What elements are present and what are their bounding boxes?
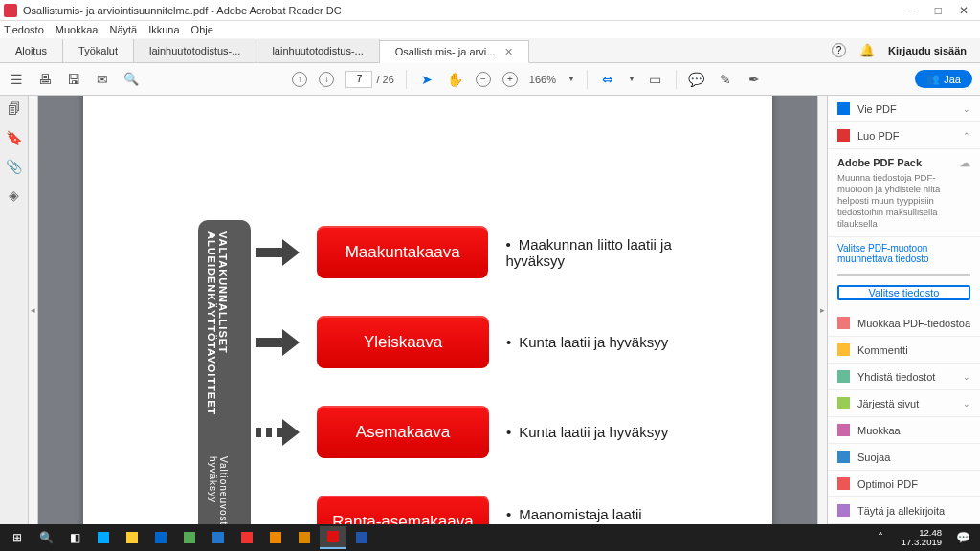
optimize-icon: [837, 477, 850, 490]
search-icon[interactable]: 🔍: [122, 71, 140, 88]
taskbar-app[interactable]: [90, 526, 117, 549]
diagram-row: Ranta-asemakaava Maanomistaja laatiiKunt…: [256, 496, 642, 524]
taskbar-app[interactable]: [147, 526, 174, 549]
convert-link[interactable]: Valitse PDF-muotoon muunnettava tiedosto: [828, 237, 980, 270]
notifications-button[interactable]: 💬: [949, 526, 976, 549]
window-title: Osallistumis- ja arviointisuunnitelma.pd…: [23, 5, 906, 16]
menu-window[interactable]: Ikkuna: [148, 24, 179, 35]
taskbar-app[interactable]: [234, 526, 260, 549]
comment-icon[interactable]: 💬: [688, 71, 705, 88]
titlebar: Osallistumis- ja arviointisuunnitelma.pd…: [0, 0, 980, 21]
maximize-button[interactable]: □: [935, 4, 942, 17]
left-rail: 🗐 🔖 📎 ◈: [0, 96, 29, 524]
right-collapse[interactable]: ▸: [817, 96, 827, 524]
page-down-icon[interactable]: ↓: [319, 72, 334, 87]
page-input[interactable]: [345, 71, 372, 88]
taskbar-acrobat[interactable]: [320, 526, 346, 549]
layers-icon[interactable]: ◈: [9, 187, 19, 203]
sidebar-export-pdf[interactable]: Vie PDF⌄: [828, 96, 980, 122]
taskbar-app[interactable]: [205, 526, 232, 549]
comment-icon: [837, 343, 850, 356]
sign-icon[interactable]: ✒: [746, 71, 763, 88]
window-controls: — □ ✕: [906, 4, 976, 17]
tab-home[interactable]: Aloitus: [0, 39, 63, 62]
tray-date: 17.3.2019: [902, 538, 942, 547]
taskview-button[interactable]: ◧: [61, 526, 88, 549]
organize-icon: [837, 397, 850, 409]
right-sidebar: Vie PDF⌄ Luo PDF⌃ Adobe PDF Pack☁ Muunna…: [827, 96, 980, 524]
sidebar-combine[interactable]: Yhdistä tiedostot⌄: [828, 364, 980, 390]
select-file-button[interactable]: Valitse tiedosto: [837, 285, 970, 300]
pointer-icon[interactable]: ➤: [418, 71, 435, 88]
chevron-down-icon[interactable]: ▼: [568, 75, 575, 83]
document-area[interactable]: • VALTAKUNNALLISET ALUEIDENKÄYTTÖTAVOITT…: [38, 96, 817, 524]
file-input[interactable]: [837, 274, 970, 276]
toolbar: ☰ 🖶 🖫 ✉ 🔍 ↑ ↓ / 26 ➤ ✋ − + 166% ▼ ⇔ ▼ ▭ …: [0, 63, 980, 96]
diagram-row: Asemakaava Kunta laatii ja hyväksyy: [256, 406, 668, 458]
arrow-icon: [256, 331, 300, 354]
sidebar-fill-sign[interactable]: Täytä ja allekirjoita: [828, 497, 980, 524]
highlight-icon[interactable]: ✎: [717, 71, 734, 88]
taskbar-app[interactable]: [291, 526, 318, 549]
fit-width-icon[interactable]: ⇔: [599, 71, 616, 88]
menu-help[interactable]: Ohje: [191, 24, 213, 35]
login-button[interactable]: Kirjaudu sisään: [888, 45, 967, 56]
edit-icon: [837, 317, 850, 329]
app-icon: [4, 4, 17, 17]
start-button[interactable]: ⊞: [4, 526, 31, 549]
tab-close-icon[interactable]: ✕: [504, 46, 513, 58]
sidebar-optimize[interactable]: Optimoi PDF: [828, 471, 980, 497]
taskbar-app[interactable]: [262, 526, 289, 549]
zoom-in-icon[interactable]: +: [502, 72, 518, 87]
taskbar-app[interactable]: [119, 526, 145, 549]
redact-icon: [837, 424, 850, 436]
zoom-value[interactable]: 166%: [529, 74, 556, 85]
vert-sub: Valtioneuvosto hyväksyy: [206, 456, 229, 524]
sidebar-organize[interactable]: Järjestä sivut⌄: [828, 390, 980, 417]
thumbnails-icon[interactable]: 🗐: [8, 101, 21, 117]
save-icon[interactable]: 🖫: [65, 71, 82, 88]
menubar: Tiedosto Muokkaa Näytä Ikkuna Ohje: [0, 21, 980, 38]
plan-box: Maakuntakaava: [317, 226, 489, 278]
sidebar-comment[interactable]: Kommentti: [828, 337, 980, 364]
tab-doc-2[interactable]: Osallistumis- ja arvi...✕: [380, 40, 530, 63]
hand-icon[interactable]: ✋: [447, 71, 464, 88]
print-icon[interactable]: 🖶: [36, 71, 54, 88]
page-total: / 26: [376, 74, 393, 85]
close-button[interactable]: ✕: [959, 4, 969, 17]
sidebar-edit[interactable]: Muokkaa: [828, 417, 980, 444]
taskbar: ⊞ 🔍 ◧ ˄ 12.48 17.3.2019 💬: [0, 524, 980, 551]
left-collapse[interactable]: ◂: [29, 96, 38, 524]
page-up-icon[interactable]: ↑: [292, 72, 307, 87]
bell-icon[interactable]: 🔔: [859, 43, 875, 57]
pdf-page: • VALTAKUNNALLISET ALUEIDENKÄYTTÖTAVOITT…: [83, 96, 772, 524]
create-icon: [837, 129, 850, 142]
share-button[interactable]: 👥Jaa: [915, 70, 972, 88]
menu-file[interactable]: Tiedosto: [4, 24, 44, 35]
plan-box: Ranta-asemakaava: [317, 496, 489, 524]
system-tray[interactable]: 12.48 17.3.2019: [896, 528, 947, 548]
sidebar-create-pdf[interactable]: Luo PDF⌃: [828, 122, 980, 149]
sidebar-toggle-icon[interactable]: ☰: [8, 71, 25, 88]
zoom-out-icon[interactable]: −: [476, 72, 491, 87]
pack-desc: Muunna tiedostoja PDF-muotoon ja yhdiste…: [837, 172, 970, 229]
vert-main: VALTAKUNNALLISET ALUEIDENKÄYTTÖTAVOITTEE…: [206, 231, 229, 453]
chevron-down-icon[interactable]: ▼: [628, 75, 635, 83]
search-button[interactable]: 🔍: [33, 526, 59, 549]
fit-page-icon[interactable]: ▭: [647, 71, 664, 88]
taskbar-app[interactable]: [348, 526, 375, 549]
help-icon[interactable]: ?: [832, 43, 846, 57]
sidebar-protect[interactable]: Suojaa: [828, 444, 980, 471]
bookmark-icon[interactable]: 🔖: [6, 130, 22, 145]
tab-tools[interactable]: Työkalut: [63, 39, 134, 62]
attachment-icon[interactable]: 📎: [6, 159, 22, 174]
menu-edit[interactable]: Muokkaa: [56, 24, 99, 35]
tray-up-icon[interactable]: ˄: [867, 526, 894, 549]
tab-doc-1[interactable]: lainhuutotodistus-...: [256, 39, 379, 62]
minimize-button[interactable]: —: [906, 4, 918, 17]
mail-icon[interactable]: ✉: [94, 71, 111, 88]
menu-view[interactable]: Näytä: [109, 24, 137, 35]
sidebar-edit-pdf[interactable]: Muokkaa PDF-tiedostoa: [828, 310, 980, 337]
taskbar-app[interactable]: [176, 526, 203, 549]
tab-doc-0[interactable]: lainhuutotodistus-...: [134, 39, 256, 62]
